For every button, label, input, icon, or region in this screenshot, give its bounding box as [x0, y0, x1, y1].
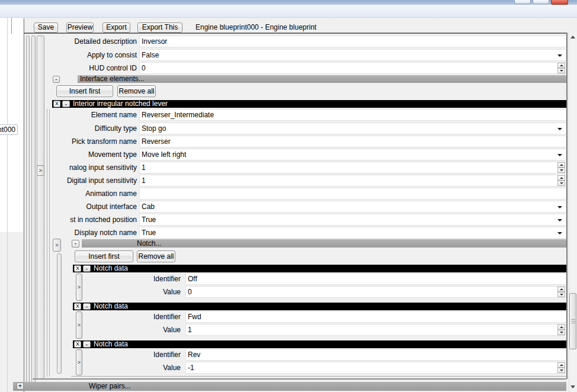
element-header-title: Notch data	[94, 340, 128, 348]
element-header-title: Notch data	[94, 303, 128, 310]
spin-up-button[interactable]	[557, 287, 565, 292]
identifier-input[interactable]: Rev	[185, 349, 566, 361]
spin-down-button[interactable]	[557, 168, 565, 173]
field-value: -1	[188, 364, 194, 372]
field-label: Detailed description	[75, 36, 137, 47]
collapse-element-button[interactable]: -	[62, 101, 70, 107]
field-label: Identifier	[153, 349, 181, 361]
element-header-notch-data: X - Notch data	[73, 340, 566, 348]
delete-element-button[interactable]: X	[74, 265, 81, 272]
window-chrome-strip	[0, 5, 577, 18]
gutter-strip	[31, 36, 36, 384]
arrow-up-icon	[560, 177, 563, 179]
close-button[interactable]	[551, 0, 568, 5]
remove-all-button[interactable]: Remove all	[117, 85, 156, 97]
chevron-right-icon: >	[78, 322, 81, 328]
field-value: Stop go	[142, 124, 166, 133]
x-icon: X	[76, 265, 79, 271]
insert-first-button[interactable]: Insert first	[75, 250, 133, 262]
value-stepper[interactable]: 1	[185, 324, 566, 336]
spin-up-button[interactable]	[557, 162, 565, 168]
remove-all-button[interactable]: Remove all	[137, 250, 175, 262]
scroll-down-arrow-icon[interactable]	[570, 385, 575, 388]
maximize-button[interactable]	[533, 0, 549, 4]
difficulty-type-dropdown[interactable]: Stop go	[139, 123, 566, 134]
expand-button[interactable]: +	[17, 383, 24, 390]
scroll-up-arrow-icon[interactable]	[570, 36, 575, 38]
save-button[interactable]: Save	[34, 23, 58, 33]
spin-up-button[interactable]	[557, 175, 565, 181]
field-label: Pick transform name	[72, 136, 137, 147]
output-interface-dropdown[interactable]: Cab	[139, 201, 566, 213]
apply-to-consist-dropdown[interactable]: False	[139, 49, 566, 61]
dropdown-arrow-icon[interactable]	[557, 128, 562, 130]
spin-down-button[interactable]	[557, 292, 565, 297]
delete-element-button[interactable]: X	[74, 303, 81, 310]
value-stepper[interactable]: -1	[185, 362, 566, 374]
rest-in-notched-position-dropdown[interactable]: True	[139, 214, 566, 226]
spin-up-button[interactable]	[557, 63, 565, 68]
dropdown-arrow-icon[interactable]	[557, 54, 562, 57]
panel-bottom-line	[71, 376, 566, 377]
delete-element-button[interactable]: X	[74, 341, 81, 348]
movement-type-dropdown[interactable]: Move left right	[139, 149, 566, 160]
spinner	[557, 324, 565, 335]
dropdown-arrow-icon[interactable]	[557, 206, 562, 208]
pick-transform-name-input[interactable]: Reverser	[139, 136, 566, 147]
detailed-description-input[interactable]: Inversor	[139, 36, 566, 47]
display-notch-name-dropdown[interactable]: True	[139, 227, 566, 239]
arrow-down-icon	[560, 294, 563, 295]
gutter-strip	[37, 36, 44, 380]
arrow-down-icon	[560, 182, 563, 184]
dropdown-arrow-icon[interactable]	[557, 232, 562, 234]
collapse-button[interactable]: -	[72, 240, 79, 248]
spin-up-button[interactable]	[557, 362, 565, 368]
chevron-right-icon: >	[55, 242, 58, 248]
spin-down-button[interactable]	[557, 330, 565, 335]
export-button[interactable]: Export	[102, 23, 130, 33]
preview-button[interactable]: Preview	[66, 23, 94, 33]
field-value: 1	[142, 176, 146, 185]
section-title: Wiper pairs...	[89, 382, 131, 391]
delete-element-button[interactable]: X	[53, 101, 60, 107]
collapse-element-button[interactable]: -	[83, 303, 91, 310]
x-icon: X	[55, 101, 59, 107]
collapse-element-button[interactable]: -	[83, 341, 91, 348]
identifier-input[interactable]: Off	[185, 273, 566, 285]
chevron-right-icon: >	[78, 284, 81, 290]
blueprint-editor-window: { "toolbar": { "save": "Save", "preview"…	[0, 0, 577, 392]
field-value: 1	[188, 326, 192, 334]
digital-input-sensitivity-stepper[interactable]: 1	[139, 175, 566, 187]
value-stepper[interactable]: 0	[185, 286, 566, 298]
panel-bottom-line	[33, 378, 566, 380]
element-name-input[interactable]: Reverser_Intermediate	[139, 109, 566, 121]
arrow-down-icon	[560, 332, 563, 333]
field-value: 0	[142, 64, 146, 72]
tree-item-blueprint[interactable]: nt000	[0, 124, 18, 135]
expander-button[interactable]: >	[37, 165, 44, 176]
spin-down-button[interactable]	[557, 68, 565, 73]
identifier-input[interactable]: Fwd	[185, 311, 566, 323]
export-this-button[interactable]: Export This	[137, 23, 182, 33]
x-icon: X	[76, 341, 79, 347]
spin-up-button[interactable]	[557, 324, 565, 330]
expander-button[interactable]: >	[53, 239, 61, 252]
expander-button[interactable]: >	[76, 274, 82, 301]
dropdown-arrow-icon[interactable]	[557, 219, 562, 221]
collapse-button[interactable]: -	[53, 76, 60, 83]
field-value: Reverser	[142, 137, 171, 146]
vertical-scrollbar-thumb[interactable]	[569, 293, 576, 349]
minimize-button[interactable]	[514, 0, 531, 4]
expander-button[interactable]: >	[76, 349, 82, 375]
arrow-up-icon	[560, 288, 563, 290]
spin-down-button[interactable]	[557, 181, 565, 186]
spin-down-button[interactable]	[557, 368, 565, 373]
animation-name-input[interactable]	[139, 188, 566, 200]
insert-first-button[interactable]: Insert first	[56, 85, 113, 97]
field-value: Off	[188, 275, 197, 283]
dropdown-arrow-icon[interactable]	[557, 154, 562, 156]
hud-control-id-stepper[interactable]: 0	[139, 62, 566, 74]
collapse-element-button[interactable]: -	[83, 265, 91, 272]
expander-button[interactable]: >	[76, 311, 82, 339]
analog-input-sensitivity-stepper[interactable]: 1	[139, 162, 566, 173]
